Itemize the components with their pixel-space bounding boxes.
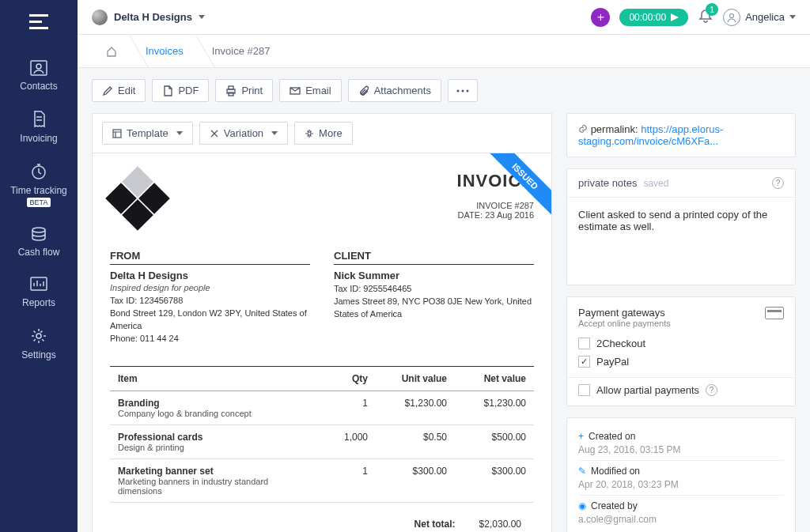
sidebar: Contacts Invoicing Time tracking BETA Ca… [0, 0, 78, 532]
notes-textarea[interactable]: Client asked to send a printed copy of t… [567, 198, 795, 285]
chevron-down-icon [199, 15, 205, 19]
col-unit: Unit value [376, 366, 455, 391]
email-button[interactable]: Email [279, 79, 342, 102]
svg-rect-12 [229, 92, 233, 96]
svg-point-9 [730, 13, 734, 17]
breadcrumb: Invoices Invoice #287 [78, 35, 810, 68]
more-actions-button[interactable] [448, 79, 478, 102]
gear-icon [305, 129, 314, 138]
topbar: Delta H Designs + 00:00:00 1 Angelica [78, 0, 810, 35]
sidebar-item-invoicing[interactable]: Invoicing [0, 100, 78, 152]
table-row: BrandingCompany logo & branding concept1… [110, 391, 534, 424]
svg-rect-1 [29, 21, 42, 23]
partial-payments-checkbox[interactable]: Allow partial payments ? [578, 384, 784, 396]
svg-point-6 [32, 228, 45, 232]
company-logo [110, 171, 165, 226]
svg-rect-7 [31, 277, 47, 290]
svg-rect-2 [29, 27, 48, 29]
chevron-down-icon [271, 131, 278, 135]
app-logo [29, 14, 48, 35]
org-name: Delta H Designs [114, 11, 192, 23]
user-name: Angelica [745, 11, 785, 23]
stopwatch-icon [30, 163, 47, 180]
breadcrumb-invoices[interactable]: Invoices [131, 35, 198, 67]
email-icon [290, 85, 301, 96]
table-row: Professional cardsDesign & printing1,000… [110, 424, 534, 458]
chevron-down-icon [176, 131, 183, 135]
avatar-icon [723, 9, 740, 26]
gateways-subtitle: Accept online payments [578, 319, 671, 328]
notifications-button[interactable]: 1 [698, 8, 713, 26]
sidebar-item-timetracking[interactable]: Time tracking BETA [0, 152, 78, 215]
edit-button[interactable]: Edit [92, 79, 146, 102]
meta-item: ✎ Modified onApr 20, 2018, 03:23 PM [578, 461, 784, 496]
gateway-checkbox[interactable]: ✓PayPal [578, 356, 784, 368]
print-button[interactable]: Print [215, 79, 273, 102]
org-switcher[interactable]: Delta H Designs [92, 9, 205, 25]
action-bar: Edit PDF Print Email Attachments [92, 79, 796, 102]
invoicing-icon [31, 111, 47, 128]
doc-toolbar: Template Variation More [92, 113, 552, 153]
checkbox-icon [578, 338, 590, 349]
variation-icon [210, 129, 219, 138]
doc-more-button[interactable]: More [294, 122, 353, 145]
svg-rect-3 [31, 61, 47, 75]
pencil-icon [102, 85, 113, 96]
notes-title: private notes [578, 177, 637, 189]
help-icon[interactable]: ? [772, 177, 784, 189]
from-block: FROM Delta H Designs Inspired design for… [110, 250, 310, 345]
template-icon [112, 129, 122, 138]
home-icon [106, 46, 117, 57]
items-table: Item Qty Unit value Net value BrandingCo… [110, 366, 534, 503]
totals-block: Net total:$2,030.00 Total:$2,030.00 [110, 514, 534, 532]
sidebar-label: Cash flow [18, 247, 60, 258]
user-menu[interactable]: Angelica [723, 9, 796, 26]
template-dropdown[interactable]: Template [102, 122, 193, 145]
breadcrumb-current: Invoice #287 [198, 35, 285, 67]
permalink-panel: permalink: https://app.elorus-staging.co… [566, 113, 796, 157]
checkbox-icon: ✓ [578, 356, 590, 368]
col-qty: Qty [320, 366, 376, 391]
gateways-panel: Payment gateways Accept online payments … [566, 296, 796, 406]
svg-rect-17 [113, 130, 121, 138]
print-icon [225, 85, 237, 96]
sidebar-item-contacts[interactable]: Contacts [0, 49, 78, 100]
variation-dropdown[interactable]: Variation [199, 122, 288, 145]
attachments-button[interactable]: Attachments [348, 79, 441, 102]
breadcrumb-home[interactable] [92, 35, 131, 67]
sidebar-label: Time tracking [10, 185, 67, 196]
meta-panel: + Created onAug 23, 2016, 03:15 PM✎ Modi… [566, 417, 796, 532]
svg-point-16 [466, 89, 468, 92]
pdf-button[interactable]: PDF [152, 79, 209, 102]
col-net: Net value [455, 366, 534, 391]
sidebar-label: Settings [21, 349, 55, 360]
timer-button[interactable]: 00:00:00 [619, 9, 688, 26]
card-icon [765, 307, 784, 319]
paperclip-icon [358, 85, 369, 96]
svg-rect-0 [29, 14, 48, 17]
sidebar-item-settings[interactable]: Settings [0, 316, 78, 368]
add-button[interactable]: + [591, 8, 610, 27]
client-block: CLIENT Nick Summer Tax ID: 9255546465 Ja… [334, 250, 534, 345]
beta-badge: BETA [27, 198, 51, 207]
timer-value: 00:00:00 [629, 12, 666, 23]
checkbox-icon [578, 384, 590, 396]
contacts-icon [30, 60, 47, 76]
permalink-label: permalink: [591, 123, 638, 135]
gateway-checkbox[interactable]: 2Checkout [578, 338, 784, 349]
sidebar-label: Contacts [20, 81, 57, 92]
play-icon [671, 13, 679, 21]
sidebar-label: Reports [22, 297, 55, 308]
invoice-document: ISSUED INVOICE INVOICE #287 DATE: 23 Aug… [92, 153, 552, 532]
status-ribbon: ISSUED [480, 153, 551, 224]
link-icon [578, 124, 588, 134]
sidebar-item-reports[interactable]: Reports [0, 266, 78, 316]
meta-item: ◉ Created bya.cole@gmail.com [578, 496, 784, 530]
meta-item: + Created onAug 23, 2016, 03:15 PM [578, 426, 784, 461]
svg-point-4 [36, 64, 41, 69]
org-logo-icon [92, 9, 108, 25]
sidebar-item-cashflow[interactable]: Cash flow [0, 215, 78, 266]
help-icon[interactable]: ? [706, 384, 717, 396]
svg-point-14 [456, 89, 459, 92]
notif-count: 1 [706, 3, 718, 16]
